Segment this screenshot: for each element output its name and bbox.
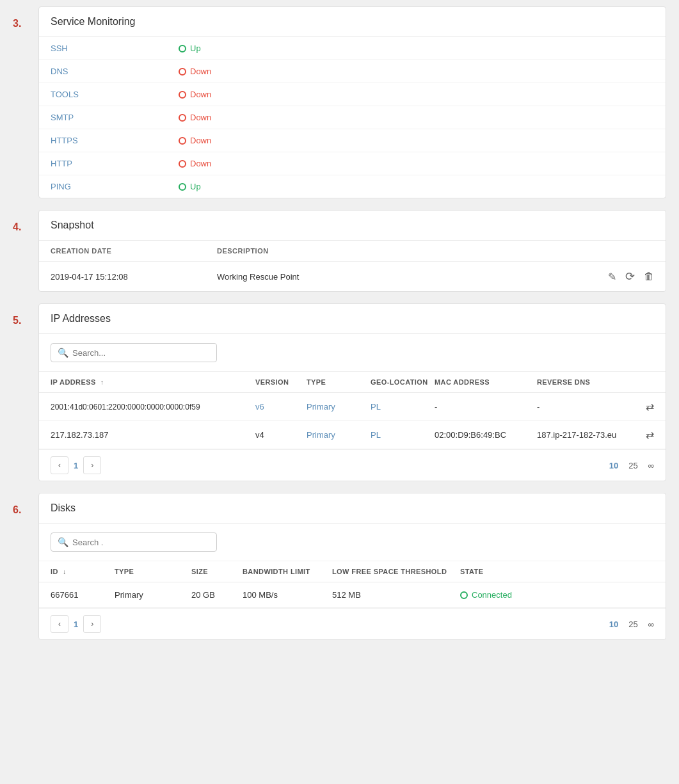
- status-text-tools: Down: [190, 90, 211, 99]
- disk-search-icon: 🔍: [58, 537, 68, 547]
- service-name-ssh: SSH: [51, 44, 179, 53]
- disk-header-type: TYPE: [115, 568, 191, 575]
- section-service-monitoring: 3. Service Monitoring SSH Up DNS D: [13, 6, 666, 198]
- snapshot-card: Snapshot CREATION DATE DESCRIPTION 2019-…: [38, 210, 666, 292]
- service-status-https: Down: [179, 136, 211, 145]
- ip-addr-2: 217.182.73.187: [51, 430, 255, 440]
- disk-table-header: ID ↓ TYPE SIZE BANDWIDTH LIMIT LOW FREE …: [39, 561, 666, 582]
- disk-search-input[interactable]: [72, 538, 210, 547]
- ip-header-rdns: REVERSE DNS: [537, 378, 628, 386]
- service-name-ping: PING: [51, 182, 179, 191]
- ip-header-ver: VERSION: [255, 378, 307, 386]
- ip-size-10[interactable]: 10: [609, 461, 618, 470]
- snapshot-actions: ✎ ⟳ 🗑: [608, 269, 654, 284]
- section-disks: 6. Disks 🔍 ID ↓ TYPE SIZE BANDWIDTH LIMI…: [13, 493, 666, 640]
- disk-type-1: Primary: [115, 590, 191, 600]
- service-monitoring-title: Service Monitoring: [39, 7, 666, 37]
- ip-rdns-2: 187.ip-217-182-73.eu: [537, 430, 628, 440]
- status-text-ssh: Up: [190, 44, 201, 53]
- edit-icon[interactable]: ✎: [608, 271, 616, 283]
- ip-search-input[interactable]: [72, 348, 210, 358]
- snapshot-header-date: CREATION DATE: [51, 247, 217, 255]
- section-number-6: 6.: [13, 493, 38, 516]
- status-text-https: Down: [190, 136, 211, 145]
- service-status-ssh: Up: [179, 44, 201, 53]
- ip-page-sizes: 10 25 ∞: [609, 461, 654, 470]
- disk-state-1: Connected: [460, 590, 654, 600]
- disk-id-1: 667661: [51, 590, 115, 600]
- ip-header-geo: GEO-LOCATION: [371, 378, 435, 386]
- status-text-http: Down: [190, 159, 211, 168]
- disk-pagination: ‹ 1 › 10 25 ∞: [39, 608, 666, 639]
- snapshot-header-desc: DESCRIPTION: [217, 247, 654, 255]
- delete-icon[interactable]: 🗑: [644, 271, 654, 282]
- ip-prev-button[interactable]: ‹: [51, 456, 68, 474]
- disk-space-1: 512 MB: [332, 590, 460, 600]
- service-row-dns: DNS Down: [39, 60, 666, 83]
- service-status-tools: Down: [179, 90, 211, 99]
- disk-bw-1: 100 MB/s: [243, 590, 332, 600]
- disk-size-25[interactable]: 25: [628, 620, 637, 629]
- snapshot-row-1: 2019-04-17 15:12:08 Working Rescue Point…: [39, 262, 666, 291]
- ip-size-25[interactable]: 25: [628, 461, 637, 470]
- ip-table-row-1: 2001:41d0:0601:2200:0000:0000:0000:0f59 …: [39, 393, 666, 421]
- ip-search-bar: 🔍: [39, 334, 666, 372]
- ip-ver-1: v6: [255, 402, 307, 412]
- disk-sort-icon[interactable]: ↓: [63, 568, 66, 575]
- ip-addresses-card: IP Addresses 🔍 IP ADDRESS ↑ VERSION TYPE…: [38, 303, 666, 481]
- ip-addresses-title: IP Addresses: [39, 304, 666, 334]
- section-snapshot: 4. Snapshot CREATION DATE DESCRIPTION 20…: [13, 210, 666, 292]
- disk-size-inf[interactable]: ∞: [648, 620, 654, 629]
- disk-search-wrap[interactable]: 🔍: [51, 532, 217, 552]
- disk-header-size: SIZE: [191, 568, 243, 575]
- service-list: SSH Up DNS Down TOOLS: [39, 37, 666, 198]
- snapshot-table-header: CREATION DATE DESCRIPTION: [39, 241, 666, 262]
- snapshot-desc-1: Working Rescue Point: [217, 272, 608, 282]
- disk-prev-button[interactable]: ‹: [51, 615, 68, 633]
- section-ip-addresses: 5. IP Addresses 🔍 IP ADDRESS ↑ VERSION T…: [13, 303, 666, 481]
- ip-type-2: Primary: [307, 430, 371, 440]
- service-row-ping: PING Up: [39, 175, 666, 198]
- ip-mac-2: 02:00:D9:B6:49:BC: [435, 430, 537, 440]
- service-status-ping: Up: [179, 182, 201, 191]
- ip-geo-1: PL: [371, 402, 435, 412]
- status-text-dns: Down: [190, 67, 211, 76]
- status-dot-http: [179, 160, 186, 168]
- ip-size-inf[interactable]: ∞: [648, 461, 654, 470]
- connected-dot-icon: [460, 591, 468, 599]
- status-dot-ping: [179, 183, 186, 191]
- service-status-smtp: Down: [179, 113, 211, 122]
- disk-next-button[interactable]: ›: [83, 615, 101, 633]
- service-row-http: HTTP Down: [39, 152, 666, 175]
- ip-mac-1: -: [435, 402, 537, 412]
- ip-addr-1: 2001:41d0:0601:2200:0000:0000:0000:0f59: [51, 403, 255, 412]
- snapshot-title: Snapshot: [39, 211, 666, 241]
- section-number-4: 4.: [13, 210, 38, 233]
- disk-table-row-1: 667661 Primary 20 GB 100 MB/s 512 MB Con…: [39, 582, 666, 608]
- status-dot-ssh: [179, 45, 186, 52]
- ip-sort-icon[interactable]: ↑: [100, 379, 104, 386]
- service-status-dns: Down: [179, 67, 211, 76]
- ip-action-1[interactable]: ⇄: [628, 401, 654, 413]
- ip-header-mac: MAC ADDRESS: [435, 378, 537, 386]
- section-number-3: 3.: [13, 6, 38, 29]
- status-dot-smtp: [179, 114, 186, 122]
- section-number-5: 5.: [13, 303, 38, 326]
- ip-header-type: TYPE: [307, 378, 371, 386]
- ip-next-button[interactable]: ›: [83, 456, 101, 474]
- ip-action-2[interactable]: ⇄: [628, 429, 654, 441]
- restore-icon[interactable]: ⟳: [625, 269, 635, 284]
- status-dot-tools: [179, 91, 186, 99]
- service-row-tools: TOOLS Down: [39, 83, 666, 106]
- disk-header-state: STATE: [460, 568, 654, 575]
- ip-table-header: IP ADDRESS ↑ VERSION TYPE GEO-LOCATION M…: [39, 372, 666, 393]
- ip-search-wrap[interactable]: 🔍: [51, 343, 217, 362]
- status-dot-https: [179, 137, 186, 145]
- ip-page-nav: ‹ 1 ›: [51, 456, 101, 474]
- disk-connected-status: Connected: [460, 590, 654, 600]
- ip-header-addr: IP ADDRESS ↑: [51, 378, 255, 386]
- connected-label: Connected: [472, 590, 512, 600]
- disk-size-10[interactable]: 10: [609, 620, 618, 629]
- disk-header-space: LOW FREE SPACE THRESHOLD: [332, 568, 460, 575]
- disk-header-id: ID ↓: [51, 568, 115, 575]
